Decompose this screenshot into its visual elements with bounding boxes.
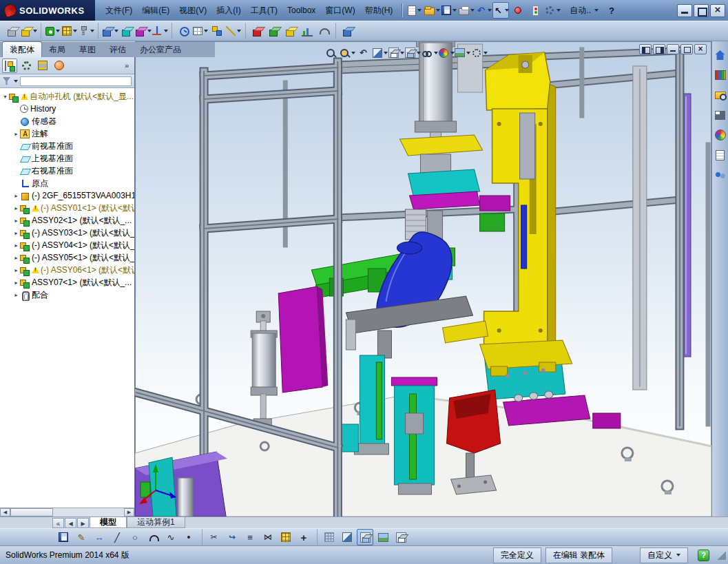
- insert-components-icon[interactable]: [21, 23, 37, 39]
- previous-view-icon[interactable]: [355, 45, 371, 61]
- menu-item[interactable]: 编辑(E): [137, 2, 174, 19]
- view-settings-icon[interactable]: [471, 45, 487, 61]
- red-chute[interactable]: [447, 390, 501, 494]
- menu-item[interactable]: 窗口(W): [320, 2, 360, 19]
- move-component-icon[interactable]: [98, 23, 118, 39]
- filter-input[interactable]: [20, 76, 132, 86]
- commandmanager-tab[interactable]: 装配体: [2, 41, 42, 57]
- propertymanager-tab-icon[interactable]: [19, 59, 34, 73]
- commandmanager-tab[interactable]: 办公室产品: [133, 42, 188, 57]
- design-library-icon[interactable]: [714, 68, 727, 82]
- panel-scrollbar[interactable]: ◀ ▶: [0, 508, 134, 516]
- feature-tree-item[interactable]: 右视基准面: [0, 165, 134, 177]
- new-document-icon[interactable]: [406, 2, 423, 19]
- menu-item[interactable]: 文件(F): [101, 2, 137, 19]
- feature-tree-item[interactable]: ▸ (-) ASSY04<1> (默认<默认_...: [0, 239, 134, 251]
- save-icon[interactable]: [55, 529, 72, 545]
- offset-entities-icon[interactable]: [242, 529, 258, 545]
- scroll-right-icon[interactable]: ▶: [124, 508, 134, 516]
- featuremanager-tree-tab-icon[interactable]: [2, 59, 17, 73]
- feature-tree-item[interactable]: ▸ ASSY07<1> (默认<默认_...: [0, 276, 134, 289]
- minimize-button[interactable]: [677, 4, 692, 17]
- expand-arrow-icon[interactable]: ▸: [12, 242, 20, 249]
- feature-tree-item[interactable]: 上视基准面: [0, 152, 134, 165]
- view-orientation-icon[interactable]: [388, 45, 404, 61]
- feature-tree-item[interactable]: ▸ (-) ASSY01<1> (默认<默认...: [0, 202, 134, 214]
- expand-arrow-icon[interactable]: ▸: [12, 255, 20, 261]
- expand-arrow-icon[interactable]: ▸: [12, 292, 20, 298]
- commandmanager-tab[interactable]: 评估: [103, 42, 133, 57]
- assembly-3d-model[interactable]: [135, 41, 711, 516]
- bill-of-materials-icon[interactable]: [192, 23, 209, 39]
- close-button[interactable]: [710, 4, 725, 17]
- scroll-left-icon[interactable]: ◀: [0, 508, 10, 516]
- help-button[interactable]: ?: [603, 4, 620, 17]
- auto-dropdown-button[interactable]: 自动..: [565, 3, 603, 19]
- feature-tree-item[interactable]: 前视基准面: [0, 140, 134, 152]
- linear-component-pattern-icon[interactable]: [61, 23, 78, 39]
- menu-item[interactable]: Toolbox: [282, 3, 320, 18]
- graphics-area[interactable]: [135, 41, 711, 516]
- menu-item[interactable]: 帮助(H): [360, 2, 398, 19]
- feature-tree-item[interactable]: ▸ (-) 2GF_65155T3VAA003H1_1...: [0, 189, 134, 202]
- exploded-view-icon[interactable]: [209, 23, 225, 39]
- rebuild-icon[interactable]: [527, 2, 543, 19]
- feature-tree-item[interactable]: ▸ (-) ASSY06<1> (默认<默认...: [0, 264, 134, 276]
- expand-arrow-icon[interactable]: ▸: [12, 205, 20, 211]
- select-arrow-icon[interactable]: [492, 2, 509, 19]
- feature-tree-item[interactable]: ▾ 自动冲孔机 (默认<默认_显...: [0, 90, 134, 103]
- chevron-down-icon[interactable]: [14, 80, 18, 83]
- panel-flyout-button[interactable]: »: [121, 60, 132, 71]
- new-motion-study-icon[interactable]: [171, 23, 192, 39]
- expand-arrow-icon[interactable]: ▸: [12, 230, 20, 236]
- arc-icon[interactable]: [145, 529, 161, 545]
- document-restore-button[interactable]: [680, 44, 693, 54]
- explode-line-sketch-icon[interactable]: [225, 23, 242, 39]
- appearances-scenes-icon[interactable]: [714, 128, 727, 142]
- file-explorer-icon[interactable]: [714, 88, 727, 102]
- configurationmanager-tab-icon[interactable]: [35, 59, 50, 73]
- interference-detection-icon[interactable]: [245, 23, 266, 39]
- document-tab[interactable]: 运动算例1: [127, 517, 185, 528]
- apply-scene-icon[interactable]: [375, 529, 391, 545]
- assembly-visualization-icon[interactable]: [299, 23, 315, 39]
- resize-grip[interactable]: [716, 550, 726, 560]
- edit-component-icon[interactable]: [4, 23, 21, 39]
- tab-scroll-next-icon[interactable]: [77, 518, 89, 528]
- restore-button[interactable]: [694, 4, 709, 17]
- status-custom-dropdown[interactable]: 自定义: [640, 547, 688, 563]
- menu-item[interactable]: 插入(I): [211, 2, 245, 19]
- instant3d-icon[interactable]: [335, 23, 356, 39]
- hole-alignment-icon[interactable]: [282, 23, 299, 39]
- feature-tree-item[interactable]: History: [0, 103, 134, 115]
- solidworks-resources-icon[interactable]: [714, 48, 727, 62]
- record-macro-icon[interactable]: [510, 2, 526, 19]
- spline-icon[interactable]: [163, 529, 179, 545]
- quick-tips-icon[interactable]: ?: [698, 550, 709, 561]
- clearance-verification-icon[interactable]: [266, 23, 282, 39]
- document-minimize-button[interactable]: [667, 44, 679, 54]
- gray-table-arm[interactable]: [346, 296, 488, 358]
- menu-item[interactable]: 视图(V): [174, 2, 211, 19]
- apply-scene-icon[interactable]: [455, 45, 470, 61]
- document-close-button[interactable]: [694, 44, 707, 54]
- feature-tree-item[interactable]: 传感器: [0, 115, 134, 127]
- feature-tree-item[interactable]: 原点: [0, 177, 134, 189]
- mate-icon[interactable]: [41, 23, 61, 39]
- feature-tree-item[interactable]: ▸ ASSY02<1> (默认<默认_...: [0, 214, 134, 227]
- expand-arrow-icon[interactable]: ▸: [12, 280, 20, 286]
- reference-geometry-icon[interactable]: [152, 23, 168, 39]
- expand-arrow-icon[interactable]: ▸: [12, 131, 20, 137]
- custom-properties-icon[interactable]: [714, 148, 727, 162]
- performance-evaluation-icon[interactable]: [315, 23, 332, 39]
- point-icon[interactable]: [180, 529, 197, 545]
- feature-tree-item[interactable]: ▸ 配合: [0, 289, 134, 301]
- display-style-icon[interactable]: [405, 45, 421, 61]
- displaymanager-tab-icon[interactable]: [52, 59, 67, 73]
- left-cylinder-unit[interactable]: [251, 286, 328, 428]
- solidworks-forum-icon[interactable]: [714, 168, 727, 182]
- feature-tree-item[interactable]: ▸ (-) ASSY03<1> (默认<默认_...: [0, 227, 134, 239]
- circle-icon[interactable]: [127, 529, 143, 545]
- menu-item[interactable]: 工具(T): [246, 2, 282, 19]
- scrollbar-thumb[interactable]: [10, 508, 53, 516]
